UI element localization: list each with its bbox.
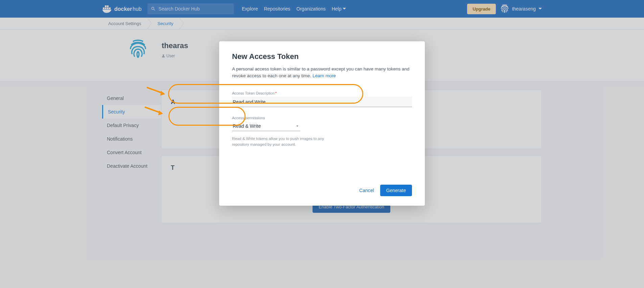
modal-description: A personal access token is similar to a … [232, 66, 412, 80]
required-indicator: * [275, 91, 277, 95]
access-permissions-select[interactable]: Read & Write [232, 121, 300, 131]
access-permissions-field: Access permissions Read & Write [232, 116, 300, 131]
chevron-down-icon [295, 124, 300, 128]
access-permissions-label: Access permissions [232, 116, 265, 120]
cancel-button[interactable]: Cancel [359, 188, 374, 193]
token-description-field: Access Token Description * [232, 91, 412, 107]
token-description-input[interactable] [232, 97, 412, 107]
access-permissions-value: Read & Write [233, 123, 261, 129]
modal-title: New Access Token [232, 52, 412, 61]
modal-learn-more[interactable]: Learn more [313, 73, 336, 78]
permissions-help-text: Read & Write tokens allow you to push im… [232, 136, 334, 148]
new-access-token-modal: New Access Token A personal access token… [219, 41, 425, 206]
generate-button[interactable]: Generate [380, 185, 412, 196]
token-description-label: Access Token Description [232, 91, 275, 95]
